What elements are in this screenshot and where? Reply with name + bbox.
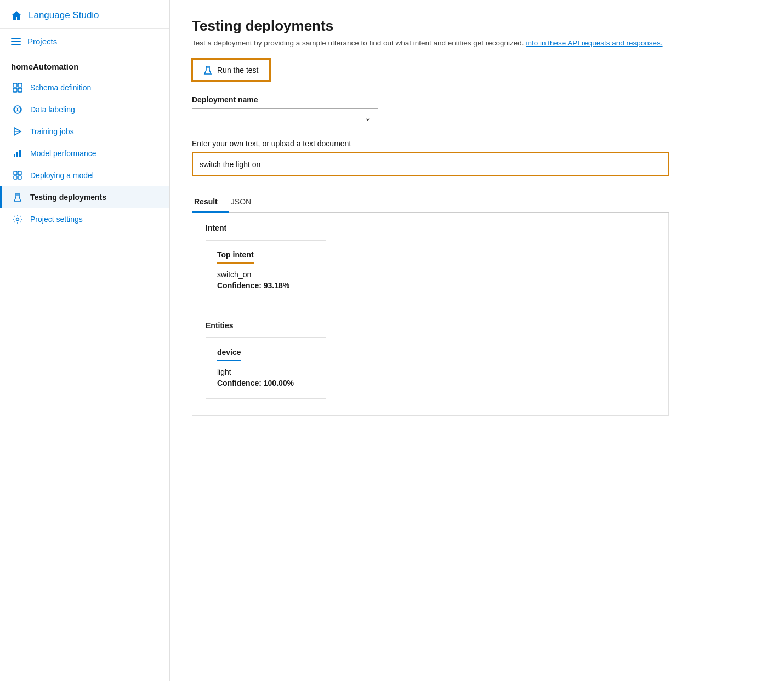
sidebar-item-deploying[interactable]: Deploying a model xyxy=(0,164,169,186)
intent-card-title: Top intent xyxy=(217,250,254,264)
performance-icon xyxy=(13,148,22,158)
results-panel: Intent Top intent switch_on Confidence: … xyxy=(192,213,669,416)
deployment-name-section: Deployment name ⌄ xyxy=(192,95,762,127)
sidebar-item-training[interactable]: Training jobs xyxy=(0,121,169,142)
sidebar-item-label-schema: Schema definition xyxy=(30,83,91,92)
api-info-link[interactable]: info in these API requests and responses… xyxy=(526,39,662,47)
sidebar-item-settings[interactable]: Project settings xyxy=(0,208,169,230)
run-test-button[interactable]: Run the test xyxy=(192,59,270,81)
run-test-label: Run the test xyxy=(217,66,259,75)
sidebar-item-performance[interactable]: Model performance xyxy=(0,142,169,164)
projects-nav[interactable]: Projects xyxy=(0,29,169,54)
intent-section: Intent Top intent switch_on Confidence: … xyxy=(206,224,655,316)
intent-section-label: Intent xyxy=(206,224,655,232)
svg-rect-2 xyxy=(11,44,21,45)
sidebar-item-schema[interactable]: Schema definition xyxy=(0,77,169,99)
testing-icon xyxy=(13,192,22,202)
sidebar-item-label-training: Training jobs xyxy=(30,127,74,136)
sidebar-item-label-deploying: Deploying a model xyxy=(30,171,94,180)
home-icon xyxy=(11,10,22,21)
deploy-icon xyxy=(13,170,22,180)
utterance-input[interactable] xyxy=(193,153,668,175)
svg-point-20 xyxy=(16,218,19,221)
svg-rect-15 xyxy=(14,171,17,175)
svg-rect-17 xyxy=(14,176,17,179)
intent-value: switch_on xyxy=(217,270,315,279)
flask-icon xyxy=(203,65,213,75)
result-tabs: Result JSON xyxy=(192,192,669,213)
svg-rect-3 xyxy=(13,83,17,87)
sidebar-item-testing[interactable]: Testing deployments xyxy=(0,186,169,208)
entity-confidence: Confidence: 100.00% xyxy=(217,379,315,387)
sidebar-item-label-performance: Model performance xyxy=(30,149,96,158)
deployment-name-label: Deployment name xyxy=(192,95,762,104)
svg-rect-4 xyxy=(18,83,22,87)
entity-card-title: device xyxy=(217,348,241,361)
projects-label: Projects xyxy=(27,37,57,46)
training-icon xyxy=(13,127,22,136)
sidebar-item-labeling[interactable]: Data labeling xyxy=(0,99,169,121)
svg-point-9 xyxy=(18,108,21,111)
svg-rect-14 xyxy=(19,150,21,157)
schema-icon xyxy=(13,83,22,93)
svg-rect-16 xyxy=(18,171,21,175)
entities-section-label: Entities xyxy=(206,321,655,330)
svg-rect-1 xyxy=(11,41,21,42)
svg-point-8 xyxy=(14,108,18,111)
svg-rect-5 xyxy=(13,88,17,92)
page-title: Testing deployments xyxy=(192,18,762,35)
text-input-label: Enter your own text, or upload a text do… xyxy=(192,139,762,148)
main-content: Testing deployments Test a deployment by… xyxy=(170,0,784,681)
svg-rect-13 xyxy=(16,152,18,157)
sidebar: Language Studio Projects homeAutomation … xyxy=(0,0,170,681)
page-description: Test a deployment by providing a sample … xyxy=(192,39,762,47)
entities-section: Entities device light Confidence: 100.00… xyxy=(206,321,655,399)
settings-icon xyxy=(13,214,22,224)
text-input-wrapper xyxy=(192,152,669,176)
sidebar-item-label-testing: Testing deployments xyxy=(30,193,106,202)
deployment-name-dropdown[interactable]: ⌄ xyxy=(192,108,378,127)
svg-rect-0 xyxy=(11,38,21,39)
labeling-icon xyxy=(13,105,22,115)
sidebar-item-label-settings: Project settings xyxy=(30,215,83,224)
intent-confidence: Confidence: 93.18% xyxy=(217,281,315,290)
app-title: Language Studio xyxy=(29,10,99,21)
tab-result[interactable]: Result xyxy=(192,192,229,213)
sidebar-item-label-labeling: Data labeling xyxy=(30,105,75,114)
entity-card: device light Confidence: 100.00% xyxy=(206,337,326,399)
app-header[interactable]: Language Studio xyxy=(0,0,169,29)
project-name: homeAutomation xyxy=(0,54,169,77)
svg-rect-6 xyxy=(18,88,22,92)
dropdown-chevron-icon: ⌄ xyxy=(365,113,371,122)
svg-rect-12 xyxy=(14,154,15,157)
text-input-section: Enter your own text, or upload a text do… xyxy=(192,139,762,176)
entity-value: light xyxy=(217,368,315,376)
tab-json[interactable]: JSON xyxy=(229,192,262,213)
intent-card: Top intent switch_on Confidence: 93.18% xyxy=(206,240,326,301)
projects-icon xyxy=(11,37,21,46)
svg-rect-18 xyxy=(18,176,21,179)
